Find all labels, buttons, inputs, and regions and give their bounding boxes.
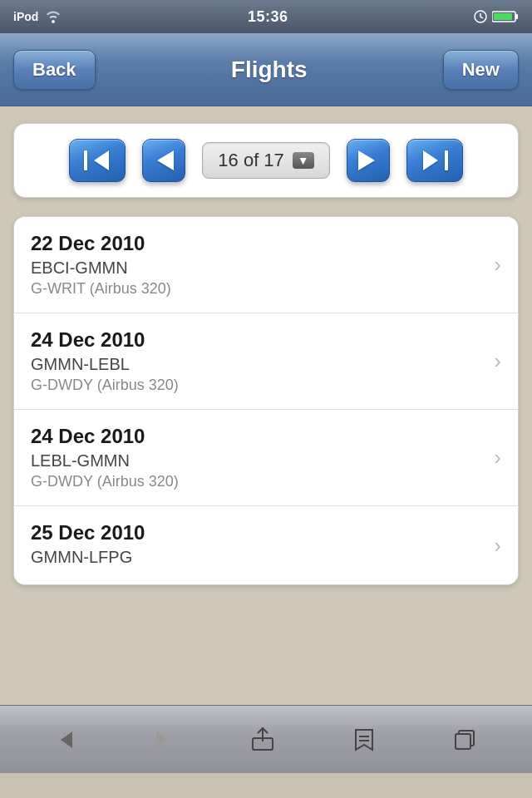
wifi-icon [45,10,62,23]
status-bar: iPod 15:36 [0,0,532,33]
svg-rect-9 [445,150,448,170]
svg-marker-7 [358,150,375,170]
svg-rect-3 [494,13,512,20]
flight-route: EBCI-GMMN [31,259,494,278]
bookmark-toolbar-button[interactable] [339,720,389,760]
flight-info: 24 Dec 2010 GMMN-LEBL G-DWDY (Airbus 320… [31,328,494,394]
flight-info: 24 Dec 2010 LEBL-GMMN G-DWDY (Airbus 320… [31,425,494,490]
device-label: iPod [13,10,38,23]
page-display: 16 of 17 [218,150,284,171]
svg-marker-5 [94,150,109,170]
chevron-right-icon: › [494,252,501,278]
bottom-toolbar [0,705,532,773]
pagination-card: 16 of 17 ▼ [13,123,519,198]
share-toolbar-button[interactable] [238,720,288,760]
chevron-right-icon: › [494,533,501,559]
next-button[interactable] [347,139,390,182]
chevron-right-icon: › [494,348,501,374]
svg-marker-11 [156,732,168,748]
flight-item[interactable]: 25 Dec 2010 GMMN-LFPG › [14,506,518,584]
nav-bar: Back Flights New [0,33,532,106]
flight-route: GMMN-LEBL [31,355,494,374]
clock-icon [474,10,487,23]
svg-rect-2 [515,14,518,19]
flight-item[interactable]: 24 Dec 2010 GMMN-LEBL G-DWDY (Airbus 320… [14,313,518,410]
svg-rect-4 [84,150,87,170]
status-right [474,10,519,23]
flight-date: 24 Dec 2010 [31,425,494,448]
flight-aircraft: G-DWDY (Airbus 320) [31,473,494,490]
back-button[interactable]: Back [13,50,96,90]
back-toolbar-button[interactable] [42,722,89,758]
page-indicator[interactable]: 16 of 17 ▼ [202,142,329,179]
forward-toolbar-button[interactable] [140,722,186,758]
flight-info: 22 Dec 2010 EBCI-GMMN G-WRIT (Airbus 320… [31,232,494,298]
flight-date: 24 Dec 2010 [31,328,494,352]
prev-button[interactable] [142,139,185,182]
flight-route: GMMN-LFPG [31,548,494,567]
battery-icon [492,10,519,23]
flight-date: 22 Dec 2010 [31,232,494,255]
flight-date: 25 Dec 2010 [31,521,494,544]
skip-last-button[interactable] [406,139,463,182]
skip-first-button[interactable] [69,139,126,182]
status-left: iPod [13,10,62,23]
page-title: Flights [231,57,308,83]
flight-item[interactable]: 22 Dec 2010 EBCI-GMMN G-WRIT (Airbus 320… [14,217,518,313]
page-dropdown-arrow: ▼ [293,152,314,169]
tabs-toolbar-button[interactable] [440,720,490,760]
svg-marker-6 [157,150,174,170]
new-button[interactable]: New [443,50,519,90]
flight-route: LEBL-GMMN [31,451,494,470]
svg-rect-15 [456,734,470,749]
main-content: 16 of 17 ▼ 22 Dec 2010 EBCI-GMMN G-WRIT … [0,106,532,705]
flight-info: 25 Dec 2010 GMMN-LFPG [31,521,494,569]
svg-marker-8 [423,150,438,170]
chevron-right-icon: › [494,445,501,470]
status-time: 15:36 [248,8,288,26]
flight-item[interactable]: 24 Dec 2010 LEBL-GMMN G-DWDY (Airbus 320… [14,410,518,506]
flight-aircraft: G-WRIT (Airbus 320) [31,280,494,298]
flights-list: 22 Dec 2010 EBCI-GMMN G-WRIT (Airbus 320… [13,216,519,585]
svg-marker-10 [61,732,72,748]
flight-aircraft: G-DWDY (Airbus 320) [31,377,494,394]
